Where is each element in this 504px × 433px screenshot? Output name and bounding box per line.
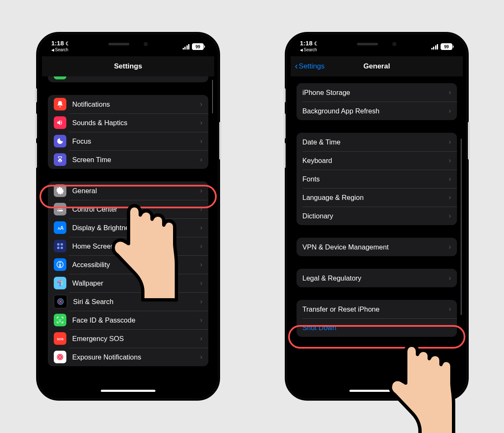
chevron-right-icon: ›	[449, 107, 451, 115]
scrollbar[interactable]	[212, 80, 213, 113]
chevron-right-icon: ›	[449, 305, 451, 313]
chevron-right-icon: ›	[449, 88, 451, 97]
settings-row-background-app-refresh[interactable]: Background App Refresh›	[297, 102, 457, 120]
status-time: 1:18	[51, 39, 64, 47]
settings-group: Legal & Regulatory›	[297, 269, 457, 287]
settings-row-siri-search[interactable]: Siri & Search›	[48, 292, 208, 311]
canvas: 1:18☾ ◀Search 99 Settings Cellular›Notif…	[0, 0, 504, 433]
chevron-right-icon: ›	[449, 193, 451, 202]
row-label: iPhone Storage	[302, 89, 446, 97]
nav-bar: Settings	[42, 56, 214, 76]
svg-point-29	[58, 357, 58, 357]
chevron-right-icon: ›	[449, 138, 451, 146]
settings-group: General›Control Center›AADisplay & Brigh…	[48, 181, 208, 366]
aa-icon: AA	[54, 221, 66, 234]
screen-left: 1:18☾ ◀Search 99 Settings Cellular›Notif…	[42, 38, 214, 395]
settings-row-home-screen[interactable]: Home Screen›	[48, 237, 208, 255]
svg-rect-8	[57, 247, 59, 249]
svg-point-18	[57, 281, 59, 283]
svg-point-27	[60, 354, 60, 355]
general-content[interactable]: iPhone Storage›Background App Refresh›Da…	[291, 76, 463, 395]
chevron-right-icon: ›	[200, 100, 202, 108]
settings-row-general[interactable]: General›	[48, 181, 208, 200]
volume-up-button	[35, 113, 37, 139]
settings-row-emergency-sos[interactable]: SOSEmergency SOS›	[48, 329, 208, 348]
settings-row-keyboard[interactable]: Keyboard›	[297, 151, 457, 170]
back-to-search[interactable]: ◀Search	[51, 47, 70, 53]
svg-text:SOS: SOS	[57, 337, 64, 341]
power-button	[468, 122, 470, 160]
settings-row-face-id-passcode[interactable]: Face ID & Passcode›	[48, 311, 208, 329]
chevron-right-icon: ›	[200, 137, 202, 145]
svg-point-16	[59, 284, 61, 286]
svg-point-31	[58, 355, 59, 356]
row-label: Face ID & Passcode	[72, 316, 197, 324]
dnd-moon-icon: ☾	[66, 41, 70, 47]
settings-content[interactable]: Cellular›Notifications›Sounds & Haptics›…	[42, 76, 214, 395]
settings-row-iphone-storage[interactable]: iPhone Storage›	[297, 83, 457, 102]
exposure-icon	[54, 351, 66, 363]
settings-group: Date & Time›Keyboard›Fonts›Language & Re…	[297, 133, 457, 225]
settings-row-exposure-notifications[interactable]: Exposure Notifications›	[48, 348, 208, 366]
settings-row-control-center[interactable]: Control Center›	[48, 200, 208, 218]
chevron-right-icon: ›	[449, 274, 451, 282]
chevron-right-icon: ›	[200, 353, 202, 361]
svg-point-17	[57, 283, 59, 285]
settings-row-focus[interactable]: Focus›	[48, 132, 208, 150]
switches-icon	[54, 203, 66, 215]
settings-row-dictionary[interactable]: Dictionary›	[297, 207, 457, 225]
back-to-search[interactable]: ◀Search	[300, 47, 319, 53]
settings-group: VPN & Device Management›	[297, 238, 457, 256]
row-label: Siri & Search	[73, 298, 197, 306]
chevron-right-icon: ›	[200, 242, 202, 250]
volume-up-button	[284, 113, 286, 139]
settings-row-transfer-or-reset-iphone[interactable]: Transfer or Reset iPhone›	[297, 300, 457, 318]
svg-point-30	[62, 357, 63, 357]
chevron-right-icon: ›	[200, 260, 202, 269]
power-button	[219, 122, 221, 160]
row-label: Date & Time	[302, 138, 446, 146]
row-label: Dictionary	[302, 212, 446, 220]
home-indicator[interactable]	[101, 390, 155, 392]
settings-row-screen-time[interactable]: Screen Time›	[48, 150, 208, 169]
settings-row-language-region[interactable]: Language & Region›	[297, 188, 457, 207]
chevron-right-icon: ›	[200, 297, 202, 306]
screen-right: 1:18☾ ◀Search 99 ‹Settings General iPhon…	[291, 38, 463, 395]
chevron-right-icon: ›	[200, 118, 202, 127]
settings-row-legal-regulatory[interactable]: Legal & Regulatory›	[297, 269, 457, 287]
battery-icon: 99	[441, 43, 454, 50]
svg-rect-9	[61, 247, 63, 249]
row-label: Shut Down	[302, 324, 451, 332]
phone-frame-right: 1:18☾ ◀Search 99 ‹Settings General iPhon…	[285, 32, 469, 401]
settings-row-shut-down[interactable]: Shut Down	[297, 318, 457, 337]
chevron-right-icon: ›	[200, 155, 202, 164]
access-icon	[54, 258, 66, 271]
svg-point-32	[61, 355, 62, 356]
row-label: Screen Time	[72, 156, 197, 164]
scrollbar[interactable]	[461, 139, 462, 315]
gear-icon	[54, 184, 66, 197]
settings-row-sounds-haptics[interactable]: Sounds & Haptics›	[48, 113, 208, 132]
settings-row-cellular[interactable]: Cellular›	[48, 76, 208, 82]
chevron-right-icon: ›	[449, 156, 451, 165]
settings-row-wallpaper[interactable]: Wallpaper›	[48, 274, 208, 292]
svg-point-14	[61, 281, 63, 283]
row-label: Notifications	[72, 100, 197, 108]
settings-row-vpn-device-management[interactable]: VPN & Device Management›	[297, 238, 457, 256]
chevron-right-icon: ›	[200, 279, 202, 287]
notch	[337, 38, 417, 50]
settings-row-accessibility[interactable]: Accessibility›	[48, 255, 208, 274]
settings-row-fonts[interactable]: Fonts›	[297, 170, 457, 188]
row-label: Display & Brightness	[72, 224, 197, 232]
phone-frame-left: 1:18☾ ◀Search 99 Settings Cellular›Notif…	[36, 32, 220, 401]
svg-point-28	[60, 359, 60, 360]
chevron-right-icon: ›	[449, 175, 451, 183]
home-indicator[interactable]	[349, 390, 404, 392]
settings-row-notifications[interactable]: Notifications›	[48, 95, 208, 113]
row-label: Control Center	[72, 205, 197, 213]
back-button[interactable]: ‹Settings	[295, 56, 325, 76]
svg-rect-7	[61, 243, 63, 245]
settings-row-display-brightness[interactable]: AADisplay & Brightness›	[48, 218, 208, 237]
row-label: Cellular	[72, 76, 197, 77]
settings-row-date-time[interactable]: Date & Time›	[297, 133, 457, 151]
